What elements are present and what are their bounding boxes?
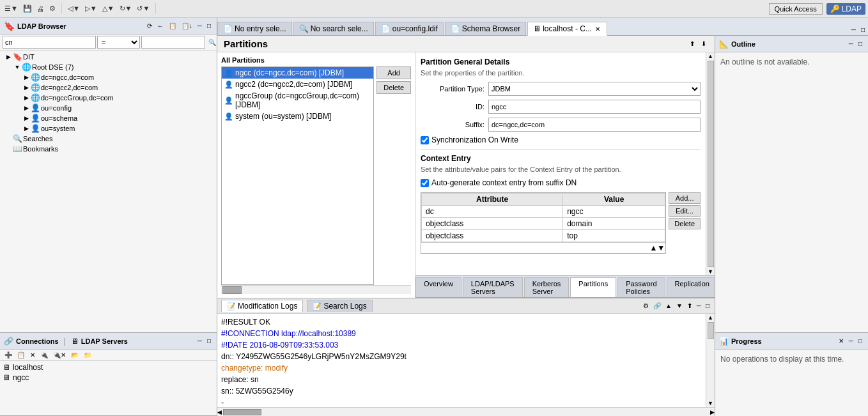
sub-tab-replication[interactable]: Replication [667,277,715,297]
log-hscroll-left[interactable]: ◀ [217,409,222,415]
attr-row-objectclass1[interactable]: objectclass domain [422,218,665,230]
browser-btn-restore[interactable]: □ [205,22,213,30]
autogen-checkbox[interactable] [421,179,429,187]
conn-delete-btn[interactable]: ✕ [28,351,37,359]
browser-btn-collapse[interactable]: ─ [196,22,204,30]
browser-btn-2[interactable]: ← [155,22,166,30]
conn-minimize-btn[interactable]: ─ [196,337,204,345]
outline-minimize-btn[interactable]: ─ [847,40,855,48]
tree-item-dit[interactable]: ▶ 🔖 DIT [0,52,217,62]
tab-schema[interactable]: 📄 Schema Browser [445,22,526,35]
tree-item-ngcc[interactable]: ▶ 🌐 dc=ngcc,dc=com [0,72,217,82]
partition-add-btn[interactable]: Add [376,66,411,79]
attr-row-objectclass2[interactable]: objectclass top [422,230,665,242]
log-hscroll-right[interactable]: ▶ [710,409,715,415]
menu-button[interactable]: ☰▼ [3,3,20,14]
partition-horiz-scrollbar[interactable] [221,285,411,294]
filter-search-btn[interactable]: 🔍 [206,38,218,47]
partition-item-ngcc[interactable]: 👤 ngcc (dc=ngcc,dc=com) [JDBM] [222,67,373,79]
conn-connect-btn[interactable]: 🔌 [38,351,50,359]
conn-expand-btn[interactable]: 📂 [69,351,81,359]
redo-button[interactable]: ↺▼ [135,3,151,14]
print-button[interactable]: 🖨 [35,4,46,14]
partition-type-select[interactable]: JDBM LDIF [488,82,701,96]
log-horiz-scroll[interactable]: ◀ ▶ [217,407,715,416]
log-scroll-down[interactable]: ▼ [708,400,713,406]
filter-value-input[interactable] [141,36,205,49]
sub-tab-password[interactable]: Password Policies [617,277,665,297]
tab-ouconfig[interactable]: 📄 ou=config.ldif [375,22,444,35]
tab-no-search[interactable]: 🔍 No search sele... [293,22,374,35]
browser-btn-3[interactable]: 📋 [167,22,178,30]
partition-item-ngcc2[interactable]: 👤 ngcc2 (dc=ngcc2,dc=com) [JDBM] [222,79,373,90]
conn-item-localhost[interactable]: 🖥 localhost [3,362,214,373]
progress-stop-btn[interactable]: ✕ [837,337,846,345]
suffix-input[interactable] [488,118,701,132]
tab-no-entry[interactable]: 📄 No entry sele... [217,22,292,35]
settings-button[interactable]: ⚙ [47,3,58,14]
save-button[interactable]: 💾 [21,3,34,14]
log-tab-modification[interactable]: 📝 Modification Logs [221,300,303,312]
sub-tab-ldap[interactable]: LDAP/LDAPS Servers [463,277,523,297]
tree-container[interactable]: ▶ 🔖 DIT ▼ 🌐 Root DSE (7) ▶ 🌐 dc=ngcc,dc=… [0,50,217,332]
partition-item-system[interactable]: 👤 system (ou=system) [JDBM] [222,111,373,122]
details-scrollbar[interactable]: ▲ ▼ [706,52,715,275]
sub-tab-kerberos[interactable]: Kerberos Server [524,277,570,297]
conn-copy-btn[interactable]: 📋 [15,351,27,359]
tree-item-ngccgroup[interactable]: ▶ 🌐 dc=ngccGroup,dc=com [0,93,217,103]
conn-add-btn[interactable]: ➕ [3,351,14,359]
up-button[interactable]: △▼ [100,3,116,14]
sub-tab-overview[interactable]: Overview [415,277,461,297]
scroll-up-arrow[interactable]: ▲ [708,53,713,59]
attr-edit-btn[interactable]: Edit... [669,205,701,217]
outline-maximize-btn[interactable]: □ [856,40,864,48]
tab-ctrl-maximize[interactable]: □ [859,26,867,34]
log-tab-search[interactable]: 📝 Search Logs [307,300,372,312]
log-btn-up[interactable]: ▲ [664,302,673,310]
id-input[interactable] [488,100,701,114]
quick-access-button[interactable]: Quick Access [769,3,823,15]
partitions-export-btn[interactable]: ⬆ [688,40,697,48]
progress-maximize-btn[interactable]: □ [856,337,864,345]
tree-item-ousystem[interactable]: ▶ 👤 ou=system [0,123,217,134]
attr-delete-btn[interactable]: Delete [669,218,701,229]
conn-disconnect-btn[interactable]: 🔌✕ [51,351,68,359]
scroll-down-arrow[interactable]: ▼ [708,268,713,275]
sub-tab-partitions[interactable]: Partitions [570,277,616,297]
forward-button[interactable]: ▷▼ [83,3,99,14]
attr-scroll-up[interactable]: ▲ [649,243,657,252]
log-btn-maximize[interactable]: □ [704,302,711,310]
log-scrollbar[interactable]: ▲ ▼ [706,314,715,407]
browser-btn-1[interactable]: ⟳ [145,22,154,30]
log-scroll-up[interactable]: ▲ [708,314,713,321]
tree-item-ouschema[interactable]: ▶ 👤 ou=schema [0,113,217,123]
back-button[interactable]: ◁▼ [66,3,82,14]
tree-item-bookmarks[interactable]: 📖 Bookmarks [0,144,217,154]
attr-add-btn[interactable]: Add... [669,192,701,204]
log-btn-1[interactable]: ⚙ [642,302,650,310]
tab-ctrl-minimize[interactable]: ─ [849,26,858,34]
tree-item-rootdse[interactable]: ▼ 🌐 Root DSE (7) [0,62,217,72]
log-btn-export[interactable]: ⬆ [686,302,694,310]
conn-maximize-btn[interactable]: □ [205,337,213,345]
tree-item-ouconfig[interactable]: ▶ 👤 ou=config [0,103,217,113]
refresh-button[interactable]: ↻▼ [118,3,134,14]
tree-item-ngcc2[interactable]: ▶ 🌐 dc=ngcc2,dc=com [0,82,217,93]
sync-checkbox[interactable] [421,136,429,144]
partition-delete-btn[interactable]: Delete [376,81,411,94]
tab-localhost[interactable]: 🖥 localhost - C... ✕ [527,22,607,36]
attr-scroll-down[interactable]: ▼ [657,243,665,252]
conn-item-ngcc[interactable]: 🖥 ngcc [3,373,214,383]
tree-item-searches[interactable]: 🔍 Searches [0,134,217,144]
conn-collapse-btn[interactable]: 📁 [82,351,93,359]
partition-item-ngccgroup[interactable]: 👤 ngccGroup (dc=ngccGroup,dc=com) [JDBM] [222,90,373,111]
browser-btn-4[interactable]: 📋↓ [180,22,194,30]
log-btn-minimize[interactable]: ─ [695,302,702,310]
log-btn-down[interactable]: ▼ [675,302,684,310]
progress-minimize-btn[interactable]: ─ [847,337,855,345]
tab-close-localhost[interactable]: ✕ [594,26,601,33]
partitions-import-btn[interactable]: ⬇ [699,40,708,48]
filter-op-select[interactable]: = != contains [97,36,140,49]
log-btn-2[interactable]: 🔗 [652,302,662,310]
filter-input[interactable] [3,36,96,49]
